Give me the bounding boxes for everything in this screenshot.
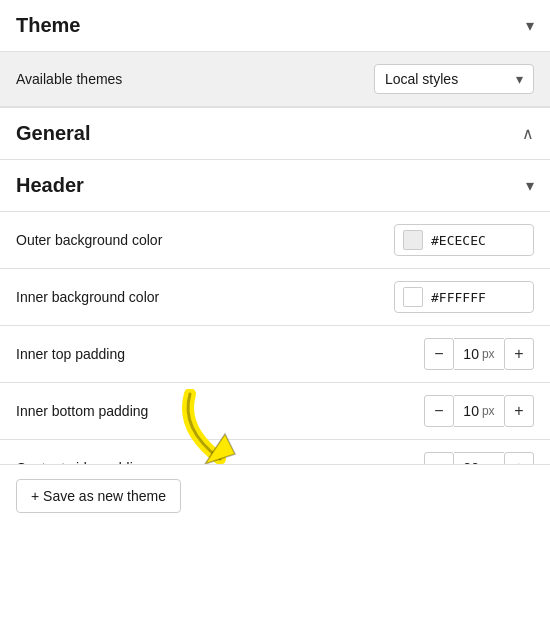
general-title: General [16,122,90,145]
inner-bottom-padding-unit: px [482,404,495,418]
themes-dropdown-arrow-icon: ▾ [516,71,523,87]
general-chevron-icon: ∧ [522,124,534,143]
bottom-bar: + Save as new theme [0,464,550,527]
inner-bottom-padding-value-box: 10 px [454,395,504,427]
outer-bg-color-swatch[interactable] [403,230,423,250]
inner-bottom-padding-plus-button[interactable]: + [504,395,534,427]
theme-chevron-icon: ▾ [526,16,534,35]
inner-top-padding-stepper: − 10 px + [424,338,534,370]
header-section: Header ▾ [0,159,550,211]
header-section-header[interactable]: Header ▾ [0,160,550,211]
theme-section-header[interactable]: Theme ▾ [0,0,550,51]
theme-panel: Theme ▾ Available themes Local styles ▾ … [0,0,550,527]
setting-row-outer-bg: Outer background color #ECECEC [0,212,550,269]
inner-bg-color-control[interactable]: #FFFFFF [394,281,534,313]
themes-selected-value: Local styles [385,71,458,87]
general-section-header[interactable]: General ∧ [0,108,550,159]
inner-top-padding-unit: px [482,347,495,361]
setting-row-inner-top-padding: Inner top padding − 10 px + [0,326,550,383]
inner-top-padding-label: Inner top padding [16,346,125,362]
inner-top-padding-number: 10 [463,346,479,362]
inner-top-padding-minus-button[interactable]: − [424,338,454,370]
setting-row-inner-bg: Inner background color #FFFFFF [0,269,550,326]
setting-row-inner-bottom-padding: Inner bottom padding − 10 px + [0,383,550,440]
available-themes-label: Available themes [16,71,122,87]
header-title: Header [16,174,84,197]
inner-bg-color-value: #FFFFFF [431,290,486,305]
themes-dropdown[interactable]: Local styles ▾ [374,64,534,94]
inner-bottom-padding-minus-button[interactable]: − [424,395,454,427]
inner-bottom-padding-stepper: − 10 px + [424,395,534,427]
outer-bg-color-value: #ECECEC [431,233,486,248]
available-themes-row: Available themes Local styles ▾ [0,51,550,107]
inner-top-padding-value-box: 10 px [454,338,504,370]
save-as-new-theme-button[interactable]: + Save as new theme [16,479,181,513]
inner-bottom-padding-number: 10 [463,403,479,419]
outer-bg-label: Outer background color [16,232,162,248]
inner-bottom-padding-label: Inner bottom padding [16,403,148,419]
inner-top-padding-plus-button[interactable]: + [504,338,534,370]
inner-bg-color-swatch[interactable] [403,287,423,307]
general-section: General ∧ [0,107,550,159]
header-chevron-icon: ▾ [526,176,534,195]
outer-bg-color-control[interactable]: #ECECEC [394,224,534,256]
theme-title: Theme [16,14,80,37]
inner-bg-label: Inner background color [16,289,159,305]
